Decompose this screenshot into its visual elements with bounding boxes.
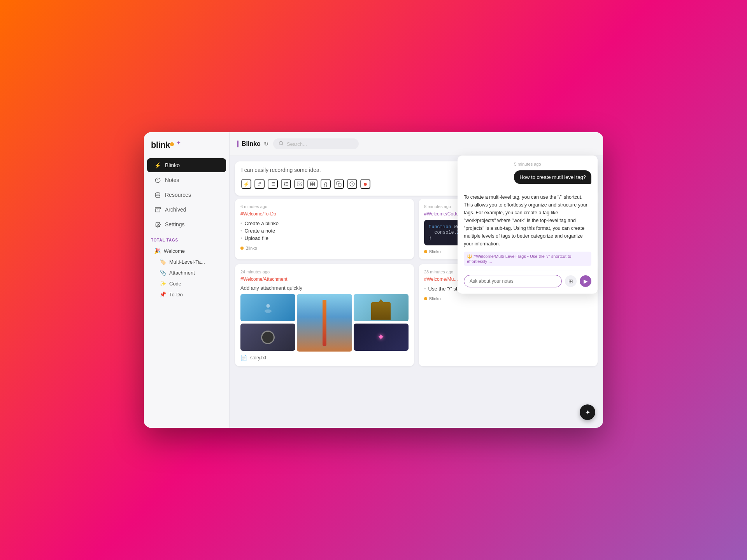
tag-attachment-label: Attachment xyxy=(169,270,195,276)
toolbar-lightning[interactable]: ⚡ xyxy=(241,179,251,189)
toolbar-bullet-list[interactable] xyxy=(268,179,278,189)
sidebar-item-settings-label: Settings xyxy=(165,221,185,228)
toolbar-add[interactable] xyxy=(347,179,357,189)
note-attachment-title: Add any attachment quickly xyxy=(240,285,409,291)
tag-todo-label: To-Do xyxy=(169,292,183,298)
ai-send-button[interactable]: ▶ xyxy=(580,275,591,287)
svg-rect-4 xyxy=(155,207,160,208)
tag-attachment[interactable]: 📎 Attachment xyxy=(151,267,222,278)
svg-point-27 xyxy=(265,310,272,313)
note-todo-time: 6 minutes ago xyxy=(240,204,409,209)
refresh-icon[interactable]: ↻ xyxy=(264,141,268,147)
ai-input[interactable] xyxy=(464,275,562,287)
tag-code-emoji: ✨ xyxy=(160,280,166,287)
toolbar-numbered-list[interactable] xyxy=(281,179,291,189)
toolbar-copy[interactable] xyxy=(334,179,344,189)
ai-float-button[interactable]: ✦ xyxy=(580,404,595,420)
sidebar-item-settings[interactable]: Settings xyxy=(147,217,226,231)
tag-welcome[interactable]: 🎉 Welcome xyxy=(151,245,222,256)
blinko-dot xyxy=(240,247,244,250)
note-todo-footer: Blinko xyxy=(240,246,409,250)
tag-multilevel[interactable]: 🏷️ Multi-Level-Ta... xyxy=(151,256,222,267)
tag-todo[interactable]: 📌 To-Do xyxy=(151,289,222,300)
title-accent xyxy=(237,140,238,147)
search-placeholder: Search... xyxy=(287,141,307,147)
toolbar-hash[interactable]: # xyxy=(254,179,265,189)
code-fn: function xyxy=(429,224,454,230)
image-2[interactable] xyxy=(297,294,352,352)
search-icon xyxy=(279,141,284,147)
settings-icon xyxy=(154,221,161,228)
ai-float-icon: ✦ xyxy=(585,409,590,416)
image-3[interactable] xyxy=(354,294,409,321)
ai-gallery-button[interactable]: ⊞ xyxy=(565,275,577,287)
image-4[interactable] xyxy=(240,324,295,351)
note-todo-tag[interactable]: #Welcome/To-Do xyxy=(240,211,409,217)
toolbar-table[interactable] xyxy=(307,179,317,189)
note-attachment-time: 24 minutes ago xyxy=(240,270,409,274)
image-grid: ✦ xyxy=(240,294,409,352)
toolbar-task-list[interactable] xyxy=(294,179,304,189)
note-todo-item-3: Upload file xyxy=(240,234,409,242)
sidebar-item-label: Blinko xyxy=(165,162,180,168)
toolbar-record[interactable]: ● xyxy=(360,179,370,189)
toolbar-code[interactable]: {} xyxy=(321,179,331,189)
image-5[interactable]: ✦ xyxy=(354,324,409,351)
ai-source: 🔱 #Welcome/Multi-Level-Tags • Use the "/… xyxy=(464,252,591,266)
note-todo-item-1: Create a blinko xyxy=(240,220,409,227)
sidebar-item-resources-label: Resources xyxy=(165,192,191,198)
main-content: Blinko ↻ Search... I can easily recordin… xyxy=(230,132,603,428)
image-1[interactable] xyxy=(240,294,295,321)
sidebar-item-notes[interactable]: Notes xyxy=(147,173,226,187)
blinko-icon: ⚡ xyxy=(154,162,161,169)
search-bar[interactable]: Search... xyxy=(273,138,359,149)
file-attachment[interactable]: 📄 story.txt xyxy=(240,355,409,361)
logo-text: blink xyxy=(151,140,174,150)
svg-point-7 xyxy=(279,142,283,145)
sidebar: blink✦ ⚡ Blinko Notes Resources Archived xyxy=(144,132,230,428)
note-todo-author: Blinko xyxy=(245,246,257,250)
ai-chat-time: 5 minutes ago xyxy=(464,162,591,166)
logo-star: ✦ xyxy=(176,140,181,146)
note-todo-list: Create a blinko Create a note Upload fil… xyxy=(240,220,409,242)
svg-point-3 xyxy=(155,192,160,194)
logo: blink✦ xyxy=(144,140,229,158)
page-title: Blinko xyxy=(242,140,261,147)
archived-icon xyxy=(154,206,161,213)
tag-attachment-emoji: 📎 xyxy=(160,270,166,276)
tag-multilevel-emoji: 🏷️ xyxy=(160,259,166,265)
note-ml-footer: Blinko xyxy=(424,296,592,301)
tags-label: TOTAL TAGS xyxy=(151,238,222,242)
tag-code[interactable]: ✨ Code xyxy=(151,278,222,289)
notes-icon xyxy=(154,177,161,184)
tags-section: TOTAL TAGS 🎉 Welcome 🏷️ Multi-Level-Ta..… xyxy=(144,232,229,302)
file-icon: 📄 xyxy=(240,355,247,361)
user-message-bubble: How to create mutli level tag? xyxy=(514,170,591,184)
ai-response-text: To create a multi-level tag, you can use… xyxy=(464,193,591,248)
blinko-dot-ml xyxy=(424,297,427,300)
svg-point-6 xyxy=(157,224,158,225)
note-code-author: Blinko xyxy=(429,249,441,254)
note-attachment: 24 minutes ago #Welcome/Attachment Add a… xyxy=(235,264,414,366)
tag-code-label: Code xyxy=(169,281,181,287)
ai-input-area: ⊞ ▶ xyxy=(464,271,591,287)
tag-welcome-emoji: 🎉 xyxy=(154,248,161,254)
sidebar-item-notes-label: Notes xyxy=(165,177,179,183)
note-todo-item-2: Create a note xyxy=(240,227,409,234)
ai-source-text: 🔱 #Welcome/Multi-Level-Tags • Use the "/… xyxy=(467,254,588,264)
sidebar-item-blinko[interactable]: ⚡ Blinko xyxy=(147,158,226,172)
file-name: story.txt xyxy=(250,355,266,360)
tag-todo-emoji: 📌 xyxy=(160,291,166,298)
note-ml-author: Blinko xyxy=(429,296,441,301)
note-todo: 6 minutes ago #Welcome/To-Do Create a bl… xyxy=(235,199,414,259)
svg-rect-22 xyxy=(338,183,341,186)
sidebar-item-archived-label: Archived xyxy=(165,206,186,213)
note-attachment-tag[interactable]: #Welcome/Attachment xyxy=(240,276,409,282)
sidebar-item-resources[interactable]: Resources xyxy=(147,188,226,202)
page-title-bar: Blinko ↻ xyxy=(237,140,268,147)
tag-welcome-label: Welcome xyxy=(164,248,185,254)
sidebar-item-archived[interactable]: Archived xyxy=(147,203,226,217)
ai-chat-overlay: 5 minutes ago How to create mutli level … xyxy=(458,156,598,294)
svg-point-26 xyxy=(266,304,270,308)
tag-multilevel-label: Multi-Level-Ta... xyxy=(169,259,205,265)
